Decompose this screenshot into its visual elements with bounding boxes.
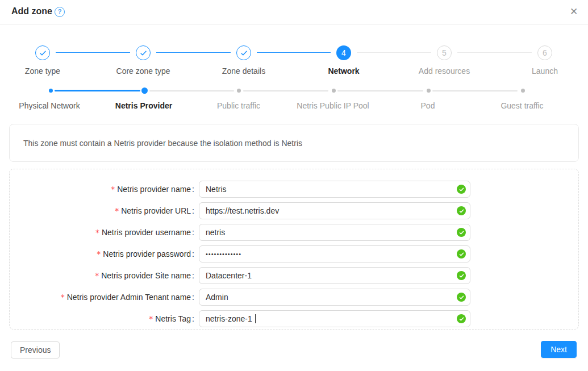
substep-dot-physical-network: [49, 89, 53, 93]
substep-connector: [337, 90, 423, 91]
substep-dot-netris-provider: [141, 87, 148, 94]
substep-label-physical-network: Physical Network: [0, 101, 101, 110]
field-wrapper: [199, 224, 470, 241]
required-mark: *: [61, 293, 65, 302]
required-mark: *: [111, 185, 115, 194]
dialog-title: Add zone: [11, 6, 52, 16]
substep-dot-guest-traffic: [521, 89, 525, 93]
field-wrapper: [199, 245, 470, 262]
notice-text: This zone must contain a Netris provider…: [10, 139, 302, 148]
step-label: Add resources: [394, 66, 494, 76]
step-network: 4 Network: [294, 45, 394, 76]
field-wrapper: [199, 202, 470, 219]
substep-dot-netris-public-ip-pool: [332, 89, 336, 93]
field-label: *Netris provider URL: [10, 206, 199, 215]
substep-connector: [432, 90, 518, 91]
valid-check-icon: [457, 206, 466, 215]
step-label: Zone details: [194, 66, 294, 76]
check-icon: [136, 45, 151, 60]
netris-tag-input[interactable]: [199, 310, 470, 327]
required-mark: *: [95, 271, 99, 280]
next-button[interactable]: Next: [541, 341, 577, 358]
field-wrapper: [199, 181, 470, 198]
step-launch: 6 Launch: [495, 45, 588, 76]
netris-provider-site-name-input[interactable]: [199, 267, 470, 284]
required-mark: *: [95, 228, 99, 237]
text-cursor: [255, 314, 256, 323]
check-icon: [236, 45, 251, 60]
step-zone-details: Zone details: [194, 45, 294, 76]
netris-provider-password-input[interactable]: [199, 245, 470, 262]
netris-provider-admin-tenant-name-input[interactable]: [199, 289, 470, 306]
valid-check-icon: [457, 249, 466, 259]
field-wrapper: [199, 289, 470, 306]
step-add-resources: 5 Add resources: [394, 45, 494, 76]
field-label: *Netris provider username: [10, 228, 199, 237]
substep-dot-public-traffic: [237, 89, 241, 93]
field-label: *Netris provider Site name: [10, 271, 199, 280]
valid-check-icon: [457, 314, 466, 323]
form-row: *Netris provider name: [10, 178, 578, 200]
field-wrapper: [199, 267, 470, 284]
step-label: Zone type: [0, 66, 93, 76]
substep-connector: [243, 90, 328, 91]
isolation-method-notice: This zone must contain a Netris provider…: [9, 124, 579, 162]
valid-check-icon: [457, 185, 466, 194]
required-mark: *: [149, 314, 153, 323]
step-label: Launch: [495, 66, 588, 76]
substep-connector: [55, 90, 140, 91]
dialog-header: Add zone ? ✕: [0, 0, 588, 25]
substep-label-netris-provider: Netris Provider: [93, 101, 195, 110]
add-zone-dialog: Add zone ? ✕ Zone type Core zone type Zo…: [0, 0, 588, 371]
form-row: *Netris provider username: [10, 222, 578, 243]
substep-label-netris-public-ip-pool: Netris Public IP Pool: [282, 101, 384, 110]
valid-check-icon: [457, 293, 466, 302]
form-row: *Netris provider Admin Tenant name: [10, 286, 578, 308]
netris-provider-form: *Netris provider name *Netris provider U…: [9, 169, 579, 330]
field-label: *Netris provider name: [10, 185, 199, 194]
form-row: *Netris provider password: [10, 243, 578, 265]
substep-connector: [149, 90, 234, 91]
substep-label-pod: Pod: [377, 101, 479, 110]
previous-button[interactable]: Previous: [11, 341, 60, 359]
step-label: Network: [294, 66, 394, 76]
field-label: *Netris provider password: [10, 249, 199, 259]
form-row: *Netris provider Site name: [10, 265, 578, 286]
netris-provider-username-input[interactable]: [199, 224, 470, 241]
substep-label-guest-traffic: Guest traffic: [471, 101, 573, 110]
form-row: *Netris Tag: [10, 308, 578, 330]
step-number-badge: 5: [437, 45, 452, 60]
valid-check-icon: [457, 271, 466, 280]
help-icon[interactable]: ?: [55, 7, 65, 17]
check-icon: [35, 45, 50, 60]
field-label: *Netris provider Admin Tenant name: [10, 293, 199, 302]
netris-provider-url-input[interactable]: [199, 202, 470, 219]
step-zone-type: Zone type: [0, 45, 93, 76]
step-label: Core zone type: [93, 66, 193, 76]
close-icon[interactable]: ✕: [568, 6, 580, 18]
substep-dot-pod: [427, 89, 431, 93]
field-wrapper: [199, 310, 470, 327]
substep-label-public-traffic: Public traffic: [187, 101, 290, 110]
step-number-badge: 4: [336, 45, 351, 60]
valid-check-icon: [457, 228, 466, 237]
required-mark: *: [115, 206, 119, 215]
form-row: *Netris provider URL: [10, 200, 578, 222]
field-label: *Netris Tag: [10, 314, 199, 323]
step-core-zone-type: Core zone type: [93, 45, 193, 76]
netris-provider-name-input[interactable]: [199, 181, 470, 198]
step-number-badge: 6: [537, 45, 552, 60]
required-mark: *: [97, 249, 101, 259]
